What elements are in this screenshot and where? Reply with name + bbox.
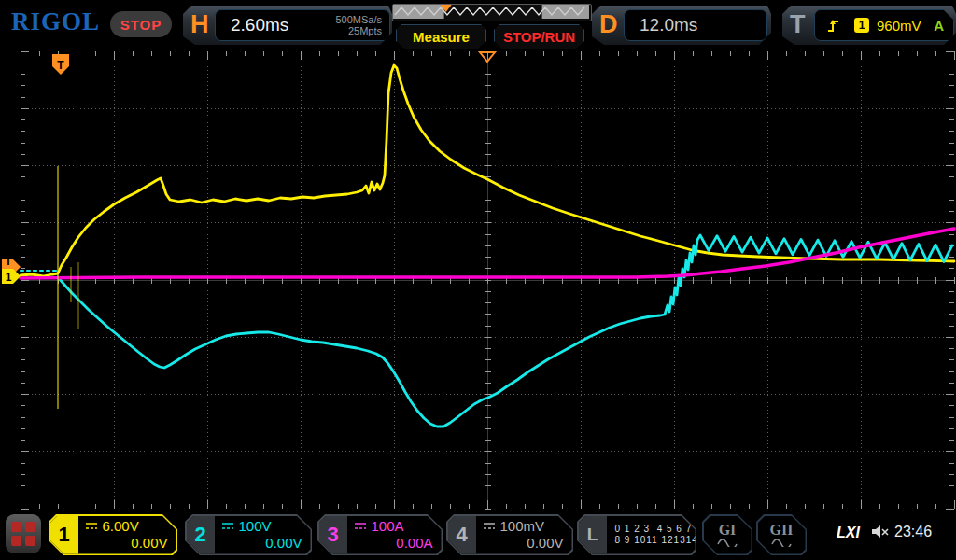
lxi-indicator: LXI	[836, 525, 860, 541]
channel-4-block[interactable]: 4 100mV 0.00V	[446, 514, 573, 555]
channel-1-number: 1	[50, 516, 78, 554]
trace-ch2-cyan	[58, 235, 952, 427]
logic-label: L	[579, 516, 607, 554]
channel-4-scale: 100mV	[500, 518, 545, 535]
generator-1-button[interactable]: GI	[702, 514, 752, 555]
channel-4-number: 4	[448, 516, 476, 554]
dc-coupling-icon	[483, 521, 496, 532]
menu-grid-icon	[11, 522, 21, 532]
waveform-display: TT1	[0, 0, 956, 560]
channel-2-block[interactable]: 2 100V 0.00V	[185, 514, 312, 555]
dc-coupling-icon	[354, 521, 367, 532]
svg-text:1: 1	[6, 271, 12, 284]
channel-2-number: 2	[187, 516, 215, 554]
logic-channels-block[interactable]: L 0 1 2 3 4 5 6 7 8 9 1011 12131415	[577, 514, 696, 555]
channel-4-offset: 0.00V	[527, 535, 563, 552]
sine-wave-icon	[716, 537, 738, 547]
svg-text:T: T	[5, 255, 12, 268]
dc-coupling-icon	[85, 521, 98, 532]
svg-text:T: T	[57, 59, 64, 72]
menu-button[interactable]	[6, 514, 41, 553]
channel-3-offset: 0.00A	[396, 535, 432, 552]
clock: 23:46	[894, 524, 932, 540]
channel-3-number: 3	[319, 516, 347, 554]
sine-wave-icon	[770, 537, 793, 547]
channel-3-scale: 100A	[372, 518, 404, 535]
generator-1-label: GI	[719, 524, 737, 537]
channel-1-scale: 6.00V	[103, 518, 139, 535]
generator-2-label: GII	[770, 524, 794, 537]
channel-3-block[interactable]: 3 100A 0.00A	[317, 514, 443, 555]
channel-1-offset: 0.00V	[131, 535, 167, 552]
speaker-muted-icon	[871, 524, 890, 539]
channel-2-scale: 100V	[239, 518, 272, 535]
oscilloscope-screen: RIGOL STOP H 2.60ms 500MSa/s 25Mpts Meas…	[0, 0, 956, 560]
generator-2-button[interactable]: GII	[756, 514, 807, 555]
channel-1-block[interactable]: 1 6.00V 0.00V	[49, 514, 177, 555]
dc-coupling-icon	[221, 521, 234, 532]
channel-2-offset: 0.00V	[265, 535, 302, 552]
